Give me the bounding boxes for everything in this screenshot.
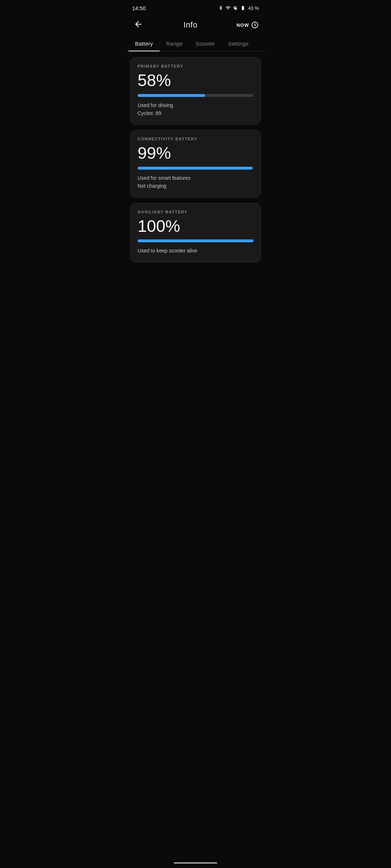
connectivity-battery-info1: Used for smart features	[138, 174, 253, 182]
connectivity-battery-percentage: 99%	[138, 144, 253, 162]
primary-battery-info2: Cycles: 89	[138, 109, 253, 117]
clock-icon	[251, 21, 259, 29]
back-arrow-icon	[134, 20, 143, 29]
status-time: 14:50	[132, 5, 146, 11]
primary-battery-card: PRIMARY BATTERY 58% Used for driving Cyc…	[130, 57, 261, 125]
auxiliary-battery-info1: Used to keep scooter alive	[138, 247, 253, 255]
auxiliary-battery-info: Used to keep scooter alive	[138, 247, 253, 255]
connectivity-battery-info2: Not charging	[138, 182, 253, 190]
connectivity-battery-info: Used for smart features Not charging	[138, 174, 253, 190]
primary-battery-info: Used for driving Cycles: 89	[138, 101, 253, 118]
page-title: Info	[184, 20, 198, 30]
auxiliary-battery-card: AUXILIARY BATTERY 100% Used to keep scoo…	[130, 203, 261, 263]
content: PRIMARY BATTERY 58% Used for driving Cyc…	[125, 51, 266, 268]
now-button[interactable]: NOW	[236, 21, 259, 29]
battery-icon	[240, 5, 246, 10]
status-icons: 43 %	[218, 5, 259, 11]
connectivity-battery-card: CONNECTIVITY BATTERY 99% Used for smart …	[130, 130, 261, 197]
tab-settings[interactable]: Settings	[222, 37, 255, 51]
now-label: NOW	[236, 22, 249, 28]
back-button[interactable]	[132, 18, 144, 32]
header: Info NOW	[125, 14, 266, 37]
wifi-icon	[225, 5, 231, 10]
primary-battery-progress-container	[138, 94, 253, 97]
connectivity-battery-progress-fill	[138, 167, 252, 170]
bluetooth-icon	[218, 5, 223, 10]
primary-battery-progress-fill	[138, 94, 205, 97]
auxiliary-battery-progress-fill	[138, 239, 253, 242]
signal-icon	[233, 5, 238, 10]
auxiliary-battery-label: AUXILIARY BATTERY	[138, 210, 253, 214]
connectivity-battery-label: CONNECTIVITY BATTERY	[138, 137, 253, 141]
status-bar: 14:50 43 %	[125, 0, 266, 14]
primary-battery-info1: Used for driving	[138, 101, 253, 109]
auxiliary-battery-progress-container	[138, 239, 253, 242]
tab-battery[interactable]: Battery	[129, 37, 160, 51]
battery-percent: 43 %	[248, 5, 259, 11]
auxiliary-battery-percentage: 100%	[138, 217, 253, 235]
primary-battery-label: PRIMARY BATTERY	[138, 64, 253, 68]
tab-range[interactable]: Range	[160, 37, 189, 51]
tab-scooter[interactable]: Scooter	[189, 37, 222, 51]
connectivity-battery-progress-container	[138, 167, 253, 170]
primary-battery-percentage: 58%	[138, 71, 253, 90]
tab-bar: Battery Range Scooter Settings	[125, 37, 266, 51]
